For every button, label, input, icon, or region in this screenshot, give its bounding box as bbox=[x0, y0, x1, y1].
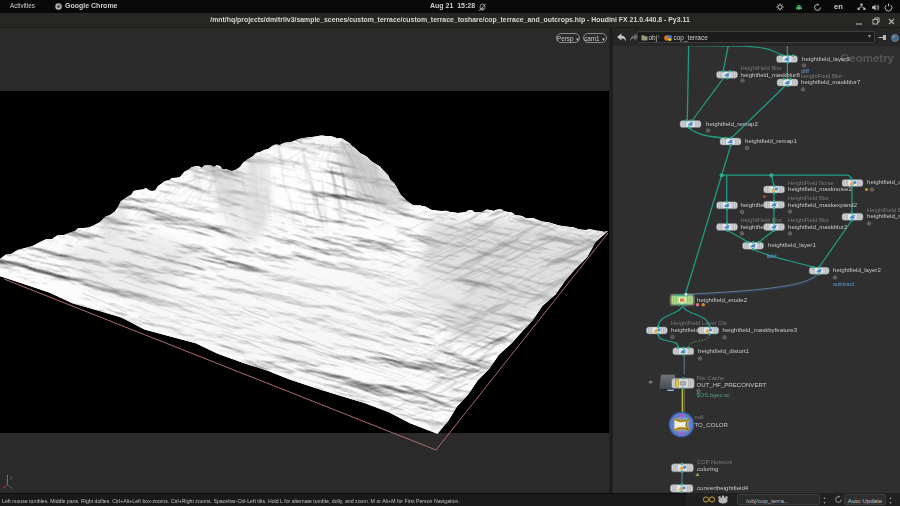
svg-text:heightfield_maskb: heightfield_maskb bbox=[867, 212, 900, 219]
svg-text:heightfield_maskblur7: heightfield_maskblur7 bbox=[801, 78, 861, 85]
svg-text:y: y bbox=[10, 475, 13, 480]
svg-text:heightfield_layer3: heightfield_layer3 bbox=[802, 55, 850, 62]
svg-text:convertheightfield4: convertheightfield4 bbox=[697, 484, 749, 491]
svg-text:heightfield_masknoise1: heightfield_masknoise1 bbox=[788, 185, 852, 192]
svg-text:heightfield_remap2: heightfield_remap2 bbox=[706, 120, 758, 127]
svg-text:heightfield_maskblur2: heightfield_maskblur2 bbox=[788, 223, 848, 230]
svg-text:subtract: subtract bbox=[833, 281, 855, 287]
svg-text:coloring: coloring bbox=[697, 465, 718, 472]
svg-text:$OS.bgeo.sc: $OS.bgeo.sc bbox=[697, 392, 731, 398]
svg-text:OUT_HF_PRECONVERT: OUT_HF_PRECONVERT bbox=[697, 381, 767, 388]
svg-text:heightfield_layer2: heightfield_layer2 bbox=[833, 266, 881, 273]
svg-text:heightfield_maskexpand2: heightfield_maskexpand2 bbox=[788, 201, 858, 208]
svg-text:heightfield_maskblur8: heightfield_maskblur8 bbox=[741, 71, 801, 78]
svg-text:heightfield_drawm: heightfield_drawm bbox=[867, 178, 900, 185]
svg-text:null: null bbox=[695, 414, 704, 420]
svg-text:TO_COLOR: TO_COLOR bbox=[695, 421, 729, 428]
svg-text:heightfield_maskbyfeature3: heightfield_maskbyfeature3 bbox=[723, 326, 798, 333]
svg-text:heightfield_remap1: heightfield_remap1 bbox=[745, 137, 797, 144]
svg-text:heightfield_erode2: heightfield_erode2 bbox=[697, 296, 748, 303]
svg-text:add: add bbox=[767, 253, 777, 259]
svg-text:heightfield_layer1: heightfield_layer1 bbox=[768, 241, 816, 248]
svg-text:heightfield_distort1: heightfield_distort1 bbox=[698, 347, 750, 354]
